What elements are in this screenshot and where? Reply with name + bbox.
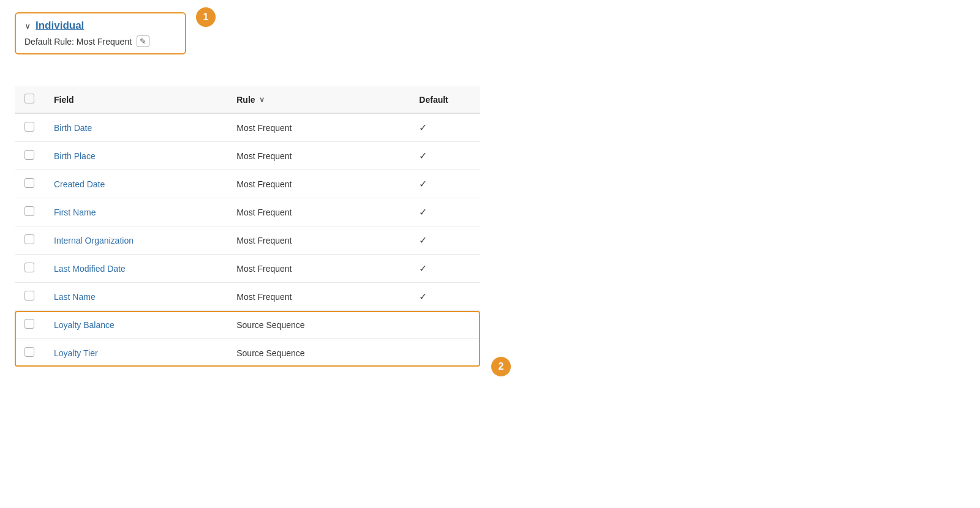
checkmark-icon: ✓	[419, 151, 427, 161]
default-check-cell: ✓	[409, 142, 480, 170]
field-name-cell[interactable]: First Name	[44, 198, 227, 226]
default-check-cell: ✓	[409, 113, 480, 142]
field-name-cell[interactable]: Birth Place	[44, 142, 227, 170]
field-name-cell[interactable]: Created Date	[44, 170, 227, 198]
field-name-cell[interactable]: Birth Date	[44, 113, 227, 142]
fields-table: Field Rule ∨ Default Birth DateMost Freq…	[15, 86, 480, 367]
default-check-cell: ✓	[409, 283, 480, 311]
table-row: Last Modified DateMost Frequent✓	[15, 255, 480, 283]
field-name-cell[interactable]: Last Name	[44, 283, 227, 311]
row-checkbox[interactable]	[24, 178, 34, 188]
table-row: Created DateMost Frequent✓	[15, 170, 480, 198]
checkmark-icon: ✓	[419, 207, 427, 217]
row-checkbox-cell	[15, 170, 44, 198]
annotation-bubble-2: 2	[491, 357, 511, 376]
table-header-row: Field Rule ∨ Default	[15, 86, 480, 113]
field-name-cell[interactable]: Last Modified Date	[44, 255, 227, 283]
field-name-cell[interactable]: Loyalty Tier	[44, 339, 227, 367]
row-checkbox-cell	[15, 198, 44, 226]
default-check-cell: ✓	[409, 198, 480, 226]
checkmark-icon: ✓	[419, 291, 427, 302]
select-all-checkbox[interactable]	[24, 94, 34, 103]
default-check-cell	[409, 339, 480, 367]
header-checkbox-cell	[15, 86, 44, 113]
row-checkbox-cell	[15, 339, 44, 367]
rule-value-cell: Most Frequent	[227, 226, 409, 255]
table-row: Birth PlaceMost Frequent✓	[15, 142, 480, 170]
table-row: First NameMost Frequent✓	[15, 198, 480, 226]
table-row: Loyalty TierSource Sequence	[15, 339, 480, 367]
checkmark-icon: ✓	[419, 122, 427, 133]
default-rule-label: Default Rule: Most Frequent	[24, 37, 132, 47]
row-checkbox[interactable]	[24, 150, 34, 160]
edit-icon[interactable]: ✎	[137, 35, 149, 47]
table-row: Last NameMost Frequent✓	[15, 283, 480, 311]
row-checkbox[interactable]	[24, 122, 34, 132]
row-checkbox[interactable]	[24, 291, 34, 301]
checkmark-icon: ✓	[419, 179, 427, 189]
default-check-cell: ✓	[409, 170, 480, 198]
rule-value-cell: Most Frequent	[227, 113, 409, 142]
rule-value-cell: Most Frequent	[227, 142, 409, 170]
row-checkbox-cell	[15, 255, 44, 283]
row-checkbox[interactable]	[24, 263, 34, 272]
collapse-chevron-icon[interactable]: ∨	[24, 21, 31, 31]
annotation-bubble-1: 1	[196, 7, 216, 27]
fields-table-wrapper: Field Rule ∨ Default Birth DateMost Freq…	[15, 86, 480, 367]
default-check-cell	[409, 311, 480, 339]
row-checkbox-cell	[15, 142, 44, 170]
rule-value-cell: Most Frequent	[227, 170, 409, 198]
row-checkbox[interactable]	[24, 347, 34, 357]
table-row: Internal OrganizationMost Frequent✓	[15, 226, 480, 255]
row-checkbox-cell	[15, 226, 44, 255]
default-check-cell: ✓	[409, 255, 480, 283]
rule-value-cell: Most Frequent	[227, 255, 409, 283]
row-checkbox-cell	[15, 283, 44, 311]
table-row: Birth DateMost Frequent✓	[15, 113, 480, 142]
field-name-cell[interactable]: Loyalty Balance	[44, 311, 227, 339]
field-column-header: Field	[44, 86, 227, 113]
row-checkbox[interactable]	[24, 319, 34, 329]
rule-value-cell: Most Frequent	[227, 198, 409, 226]
rule-column-header: Rule ∨	[227, 86, 409, 113]
checkmark-icon: ✓	[419, 235, 427, 245]
rule-value-cell: Source Sequence	[227, 311, 409, 339]
row-checkbox-cell	[15, 311, 44, 339]
table-row: Loyalty BalanceSource Sequence	[15, 311, 480, 339]
sort-icon[interactable]: ∨	[259, 95, 265, 104]
row-checkbox-cell	[15, 113, 44, 142]
rule-value-cell: Source Sequence	[227, 339, 409, 367]
default-column-header: Default	[409, 86, 480, 113]
row-checkbox[interactable]	[24, 234, 34, 244]
row-checkbox[interactable]	[24, 206, 34, 216]
default-check-cell: ✓	[409, 226, 480, 255]
field-name-cell[interactable]: Internal Organization	[44, 226, 227, 255]
rule-header-label: Rule	[236, 95, 255, 105]
individual-header-card: ∨ Individual Default Rule: Most Frequent…	[15, 12, 186, 54]
individual-title[interactable]: Individual	[36, 20, 84, 32]
checkmark-icon: ✓	[419, 263, 427, 274]
rule-value-cell: Most Frequent	[227, 283, 409, 311]
